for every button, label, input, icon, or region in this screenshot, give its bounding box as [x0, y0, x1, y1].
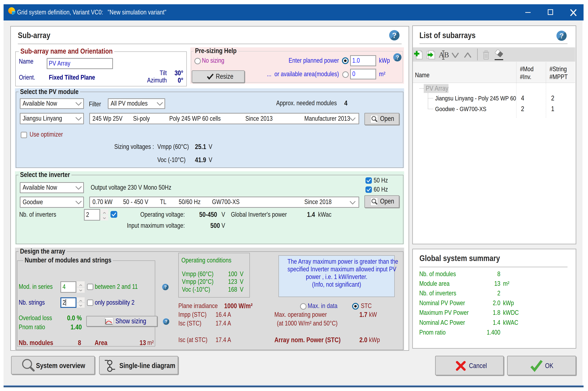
svg-text:?: ?: [164, 285, 167, 290]
svg-text:B: B: [444, 51, 449, 59]
svg-text:?: ?: [559, 32, 564, 40]
svg-text:?: ?: [392, 31, 397, 40]
svg-text:?: ?: [396, 54, 399, 61]
svg-text:?: ?: [165, 319, 167, 324]
